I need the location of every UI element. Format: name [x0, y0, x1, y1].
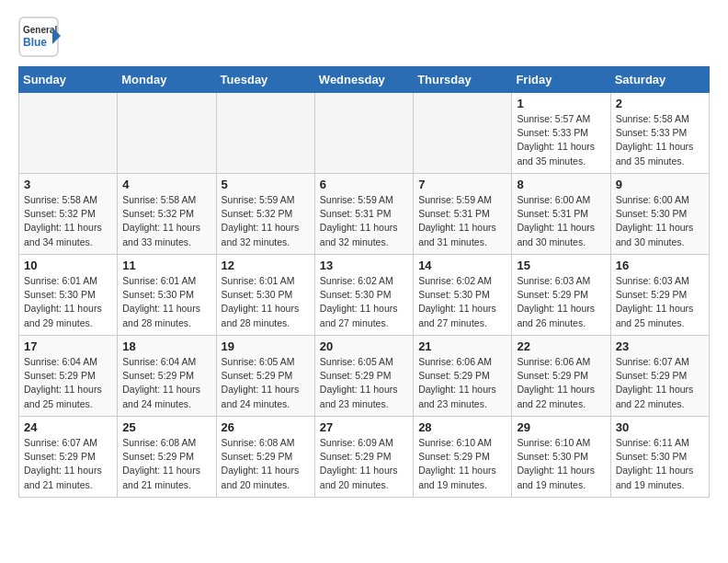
calendar-cell — [216, 93, 314, 174]
day-number: 11 — [122, 259, 210, 272]
day-number: 28 — [418, 420, 506, 434]
calendar-cell: 20Sunrise: 6:05 AM Sunset: 5:29 PM Dayli… — [314, 336, 413, 417]
weekday-header-sunday: Sunday — [19, 67, 118, 93]
day-number: 25 — [122, 420, 210, 434]
day-info: Sunrise: 6:02 AM Sunset: 5:30 PM Dayligh… — [418, 274, 506, 330]
weekday-header-monday: Monday — [118, 67, 216, 93]
calendar-cell — [314, 93, 413, 174]
day-number: 30 — [616, 420, 704, 434]
day-number: 9 — [616, 178, 704, 191]
weekday-header-tuesday: Tuesday — [216, 67, 314, 93]
day-number: 2 — [616, 97, 704, 110]
weekday-header-wednesday: Wednesday — [314, 67, 413, 93]
day-info: Sunrise: 5:58 AM Sunset: 5:32 PM Dayligh… — [122, 193, 210, 249]
calendar: SundayMondayTuesdayWednesdayThursdayFrid… — [18, 66, 710, 498]
calendar-cell: 27Sunrise: 6:09 AM Sunset: 5:29 PM Dayli… — [314, 417, 413, 498]
day-info: Sunrise: 6:06 AM Sunset: 5:29 PM Dayligh… — [517, 355, 605, 411]
calendar-cell: 25Sunrise: 6:08 AM Sunset: 5:29 PM Dayli… — [118, 417, 216, 498]
weekday-header-thursday: Thursday — [414, 67, 512, 93]
day-info: Sunrise: 6:01 AM Sunset: 5:30 PM Dayligh… — [24, 274, 112, 330]
calendar-cell: 2Sunrise: 5:58 AM Sunset: 5:33 PM Daylig… — [610, 93, 709, 174]
day-number: 10 — [24, 259, 112, 272]
logo: General Blue — [18, 17, 83, 57]
calendar-cell: 30Sunrise: 6:11 AM Sunset: 5:30 PM Dayli… — [610, 417, 709, 498]
day-info: Sunrise: 6:08 AM Sunset: 5:29 PM Dayligh… — [122, 436, 210, 492]
day-info: Sunrise: 6:01 AM Sunset: 5:30 PM Dayligh… — [222, 274, 310, 330]
day-info: Sunrise: 6:10 AM Sunset: 5:30 PM Dayligh… — [517, 436, 605, 492]
day-info: Sunrise: 6:10 AM Sunset: 5:29 PM Dayligh… — [418, 436, 506, 492]
day-number: 18 — [122, 339, 210, 353]
day-number: 6 — [320, 178, 408, 191]
calendar-cell: 13Sunrise: 6:02 AM Sunset: 5:30 PM Dayli… — [314, 255, 413, 336]
calendar-cell: 17Sunrise: 6:04 AM Sunset: 5:29 PM Dayli… — [19, 336, 118, 417]
day-info: Sunrise: 5:58 AM Sunset: 5:33 PM Dayligh… — [616, 112, 704, 168]
calendar-cell: 3Sunrise: 5:58 AM Sunset: 5:32 PM Daylig… — [19, 174, 118, 255]
day-info: Sunrise: 6:02 AM Sunset: 5:30 PM Dayligh… — [320, 274, 408, 330]
svg-text:General: General — [23, 25, 57, 35]
day-info: Sunrise: 6:04 AM Sunset: 5:29 PM Dayligh… — [24, 355, 112, 411]
day-info: Sunrise: 6:11 AM Sunset: 5:30 PM Dayligh… — [616, 436, 704, 492]
calendar-cell: 6Sunrise: 5:59 AM Sunset: 5:31 PM Daylig… — [314, 174, 413, 255]
calendar-cell: 24Sunrise: 6:07 AM Sunset: 5:29 PM Dayli… — [19, 417, 118, 498]
day-info: Sunrise: 6:00 AM Sunset: 5:31 PM Dayligh… — [517, 193, 605, 249]
calendar-cell: 19Sunrise: 6:05 AM Sunset: 5:29 PM Dayli… — [216, 336, 314, 417]
day-number: 5 — [222, 178, 310, 191]
calendar-cell: 7Sunrise: 5:59 AM Sunset: 5:31 PM Daylig… — [414, 174, 512, 255]
day-number: 20 — [320, 339, 408, 353]
day-number: 4 — [122, 178, 210, 191]
day-number: 22 — [517, 339, 605, 353]
calendar-cell: 9Sunrise: 6:00 AM Sunset: 5:30 PM Daylig… — [610, 174, 709, 255]
calendar-cell: 26Sunrise: 6:08 AM Sunset: 5:29 PM Dayli… — [216, 417, 314, 498]
week-row-2: 3Sunrise: 5:58 AM Sunset: 5:32 PM Daylig… — [19, 174, 710, 255]
day-info: Sunrise: 6:03 AM Sunset: 5:29 PM Dayligh… — [616, 274, 704, 330]
day-info: Sunrise: 6:06 AM Sunset: 5:29 PM Dayligh… — [418, 355, 506, 411]
day-number: 29 — [517, 420, 605, 434]
day-info: Sunrise: 6:09 AM Sunset: 5:29 PM Dayligh… — [320, 436, 408, 492]
calendar-cell: 14Sunrise: 6:02 AM Sunset: 5:30 PM Dayli… — [414, 255, 512, 336]
week-row-1: 1Sunrise: 5:57 AM Sunset: 5:33 PM Daylig… — [19, 93, 710, 174]
logo-svg: General Blue — [18, 17, 83, 57]
day-number: 21 — [418, 339, 506, 353]
calendar-cell: 11Sunrise: 6:01 AM Sunset: 5:30 PM Dayli… — [118, 255, 216, 336]
day-number: 27 — [320, 420, 408, 434]
day-info: Sunrise: 6:05 AM Sunset: 5:29 PM Dayligh… — [320, 355, 408, 411]
calendar-cell: 12Sunrise: 6:01 AM Sunset: 5:30 PM Dayli… — [216, 255, 314, 336]
day-info: Sunrise: 5:59 AM Sunset: 5:32 PM Dayligh… — [222, 193, 310, 249]
day-info: Sunrise: 6:08 AM Sunset: 5:29 PM Dayligh… — [222, 436, 310, 492]
calendar-cell: 5Sunrise: 5:59 AM Sunset: 5:32 PM Daylig… — [216, 174, 314, 255]
calendar-cell — [118, 93, 216, 174]
calendar-cell: 10Sunrise: 6:01 AM Sunset: 5:30 PM Dayli… — [19, 255, 118, 336]
day-number: 16 — [616, 259, 704, 272]
day-number: 3 — [24, 178, 112, 191]
calendar-cell: 23Sunrise: 6:07 AM Sunset: 5:29 PM Dayli… — [610, 336, 709, 417]
day-info: Sunrise: 5:57 AM Sunset: 5:33 PM Dayligh… — [517, 112, 605, 168]
calendar-cell: 8Sunrise: 6:00 AM Sunset: 5:31 PM Daylig… — [512, 174, 610, 255]
day-info: Sunrise: 5:59 AM Sunset: 5:31 PM Dayligh… — [418, 193, 506, 249]
day-number: 17 — [24, 339, 112, 353]
day-number: 19 — [222, 339, 310, 353]
day-info: Sunrise: 5:58 AM Sunset: 5:32 PM Dayligh… — [24, 193, 112, 249]
day-info: Sunrise: 6:03 AM Sunset: 5:29 PM Dayligh… — [517, 274, 605, 330]
day-number: 14 — [418, 259, 506, 272]
calendar-cell: 18Sunrise: 6:04 AM Sunset: 5:29 PM Dayli… — [118, 336, 216, 417]
calendar-cell — [414, 93, 512, 174]
calendar-cell: 29Sunrise: 6:10 AM Sunset: 5:30 PM Dayli… — [512, 417, 610, 498]
calendar-cell: 1Sunrise: 5:57 AM Sunset: 5:33 PM Daylig… — [512, 93, 610, 174]
calendar-cell: 15Sunrise: 6:03 AM Sunset: 5:29 PM Dayli… — [512, 255, 610, 336]
day-info: Sunrise: 6:05 AM Sunset: 5:29 PM Dayligh… — [222, 355, 310, 411]
day-number: 13 — [320, 259, 408, 272]
weekday-header-friday: Friday — [512, 67, 610, 93]
week-row-3: 10Sunrise: 6:01 AM Sunset: 5:30 PM Dayli… — [19, 255, 710, 336]
day-number: 23 — [616, 339, 704, 353]
day-number: 8 — [517, 178, 605, 191]
weekday-header-row: SundayMondayTuesdayWednesdayThursdayFrid… — [19, 67, 710, 93]
calendar-cell: 28Sunrise: 6:10 AM Sunset: 5:29 PM Dayli… — [414, 417, 512, 498]
day-number: 15 — [517, 259, 605, 272]
day-number: 26 — [222, 420, 310, 434]
day-info: Sunrise: 6:07 AM Sunset: 5:29 PM Dayligh… — [24, 436, 112, 492]
day-number: 1 — [517, 97, 605, 110]
day-info: Sunrise: 5:59 AM Sunset: 5:31 PM Dayligh… — [320, 193, 408, 249]
day-info: Sunrise: 6:00 AM Sunset: 5:30 PM Dayligh… — [616, 193, 704, 249]
calendar-cell: 4Sunrise: 5:58 AM Sunset: 5:32 PM Daylig… — [118, 174, 216, 255]
day-number: 12 — [222, 259, 310, 272]
